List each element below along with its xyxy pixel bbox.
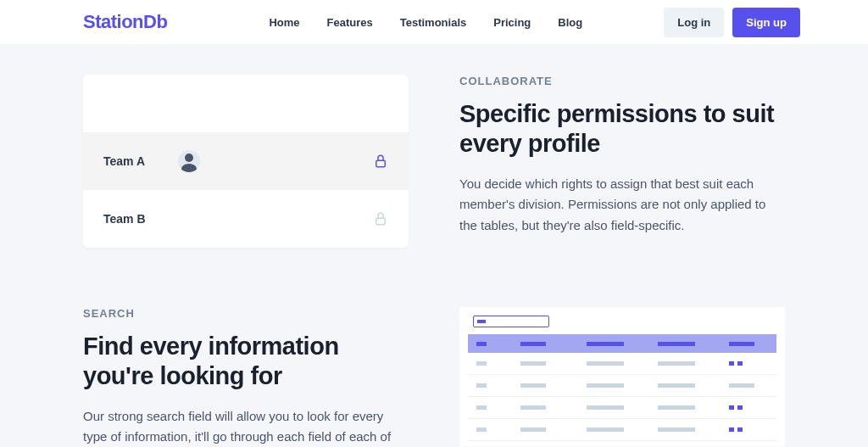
team-label: Team A [103,154,178,168]
svg-rect-0 [376,160,386,167]
team-card: Team A Team B [83,75,409,248]
collaborate-visual: Team A Team B [83,75,409,248]
svg-rect-1 [376,218,386,225]
section-eyebrow: SEARCH [83,307,409,320]
section-headline: Find every information you're looking fo… [83,332,409,391]
brand-logo: StationDb [83,11,167,33]
team-row-a: Team A [83,132,409,190]
section-body: Our strong search field will allow you t… [83,406,409,447]
signup-button[interactable]: Sign up [732,8,800,37]
search-section: SEARCH Find every information you're loo… [83,307,785,447]
section-body: You decide which rights to assign that b… [459,174,785,237]
login-button[interactable]: Log in [664,8,724,37]
team-avatars [178,150,200,172]
collaborate-text: COLLABORATE Specific permissions to suit… [459,75,785,248]
nav-features[interactable]: Features [327,16,373,29]
team-row-b: Team B [83,190,409,248]
nav-pricing[interactable]: Pricing [493,16,531,29]
team-label: Team B [103,212,178,226]
section-headline: Specific permissions to suit every profi… [459,99,785,159]
mock-table-row [468,375,776,397]
search-text: SEARCH Find every information you're loo… [83,307,409,447]
search-bar-mock [473,316,549,327]
primary-nav: Home Features Testimonials Pricing Blog [269,16,582,29]
nav-home[interactable]: Home [269,16,299,29]
mock-table-header [468,334,776,353]
nav-testimonials[interactable]: Testimonials [400,16,467,29]
lock-icon [373,154,388,169]
mock-table-row [468,397,776,419]
page-content: Team A Team B COLLABORATE Spe [0,44,868,447]
site-header: StationDb Home Features Testimonials Pri… [0,0,868,44]
search-visual [459,307,785,447]
mock-table-row [468,419,776,441]
team-row-empty [83,75,409,132]
collaborate-section: Team A Team B COLLABORATE Spe [83,75,785,248]
header-actions: Log in Sign up [664,8,800,37]
nav-blog[interactable]: Blog [558,16,582,29]
mock-table-row [468,353,776,375]
lock-icon [373,211,388,226]
section-eyebrow: COLLABORATE [459,75,785,87]
avatar-icon [178,150,200,172]
search-mock [459,307,785,446]
